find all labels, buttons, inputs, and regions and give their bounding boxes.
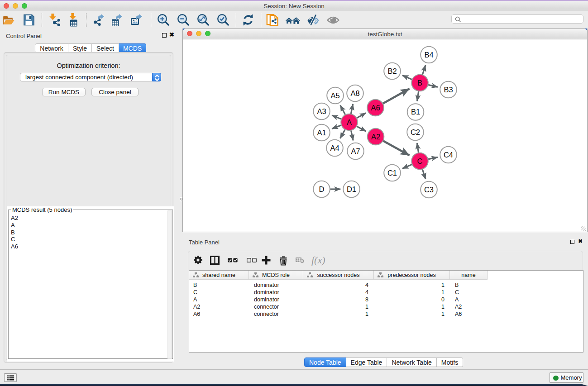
svg-text:B3: B3: [444, 86, 453, 94]
svg-text:B: B: [417, 79, 422, 87]
svg-text:D: D: [319, 185, 325, 193]
svg-text:A3: A3: [317, 107, 326, 115]
svg-text:A7: A7: [351, 147, 360, 155]
svg-text:A1: A1: [317, 129, 326, 137]
svg-text:A4: A4: [330, 144, 339, 152]
svg-text:A6: A6: [371, 104, 380, 112]
svg-text:B1: B1: [411, 108, 420, 116]
svg-text:A2: A2: [371, 133, 380, 141]
svg-text:A8: A8: [350, 89, 359, 97]
svg-text:C4: C4: [444, 151, 453, 159]
svg-text:A: A: [347, 118, 352, 126]
svg-text:D1: D1: [347, 185, 356, 193]
svg-text:A5: A5: [330, 91, 339, 100]
svg-text:C3: C3: [424, 186, 434, 194]
svg-text:C2: C2: [411, 128, 420, 136]
svg-text:C: C: [417, 157, 423, 165]
svg-text:B4: B4: [424, 51, 433, 59]
svg-text:C1: C1: [387, 169, 397, 177]
svg-text:B2: B2: [387, 67, 397, 75]
